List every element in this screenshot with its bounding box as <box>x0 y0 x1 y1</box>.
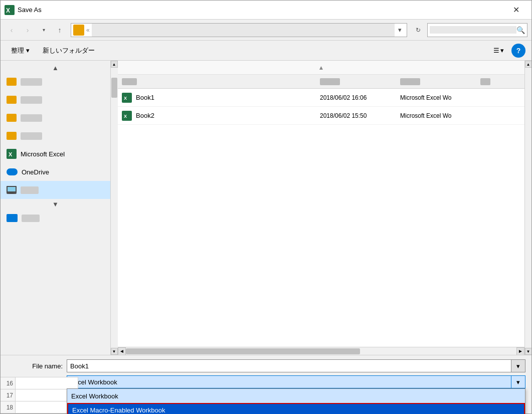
sidebar-item-bottom[interactable] <box>1 209 110 227</box>
address-folder-icon <box>73 25 84 36</box>
col-type-label <box>400 78 420 85</box>
col-date <box>320 78 400 85</box>
search-input[interactable] <box>430 26 516 34</box>
hscroll-track[interactable] <box>126 347 516 355</box>
svg-text:X: X <box>124 114 127 119</box>
book2-icon: X <box>122 111 132 121</box>
hscroll-left-arrow[interactable]: ◄ <box>118 347 126 355</box>
sidebar-item-3[interactable] <box>1 127 110 145</box>
bottom-area: File name: ▾ Save as type: Excel Workboo… <box>1 355 531 413</box>
sidebar: ▲ <box>1 61 111 355</box>
filename-input[interactable] <box>67 359 511 372</box>
save-as-dialog: X Save As ✕ ‹ › ▾ ↑ « ▾ ↻ 🔍 整理 ▾ 新しいフォルダ… <box>0 0 532 414</box>
excel-row-17: 17 <box>1 389 78 401</box>
organize-label: 整理 <box>11 46 24 55</box>
hscroll-right-arrow[interactable]: ► <box>516 347 524 355</box>
new-folder-label: 新しいフォルダー <box>43 46 95 55</box>
dropdown-item-1[interactable]: Excel Macro-Enabled Workbook <box>67 403 525 414</box>
dropdown-label-1: Excel Macro-Enabled Workbook <box>72 406 165 414</box>
filename-row: File name: ▾ <box>7 359 525 372</box>
folder-icon-2 <box>7 114 17 122</box>
dialog-title: Save As <box>18 6 42 14</box>
view-icon: ☰ <box>493 47 499 54</box>
onedrive-icon <box>7 168 18 175</box>
sidebar-label-bottom <box>22 215 40 222</box>
address-dropdown-button[interactable]: ▾ <box>395 24 405 37</box>
folder-icon-1 <box>7 96 17 104</box>
file-list-empty-space <box>118 125 524 347</box>
col-name <box>122 78 320 85</box>
help-button[interactable]: ? <box>511 44 525 58</box>
savetype-selected[interactable]: Excel Workbook <box>67 375 511 388</box>
close-button[interactable]: ✕ <box>504 3 527 18</box>
filename-label: File name: <box>7 362 67 370</box>
organize-button[interactable]: 整理 ▾ <box>7 44 34 58</box>
savetype-row: Save as type: Excel Workbook ▾ Excel Wor… <box>7 375 525 388</box>
sidebar-item-excel[interactable]: X Microsoft Excel <box>1 145 110 163</box>
address-separator: « <box>86 27 90 34</box>
address-bar[interactable]: « ▾ <box>71 23 407 37</box>
sidebar-item-1[interactable] <box>1 91 110 109</box>
file-vscroll-up[interactable]: ▲ <box>525 61 532 68</box>
address-input[interactable] <box>92 24 395 37</box>
book1-name: Book1 <box>136 94 320 101</box>
book2-date: 2018/06/02 15:50 <box>320 112 400 119</box>
excel-icon: X <box>7 149 17 159</box>
book2-name: Book2 <box>136 112 320 119</box>
back-button[interactable]: ‹ <box>5 23 19 37</box>
sidebar-scroll-up-arrow[interactable]: ▲ <box>111 61 118 68</box>
sidebar-label-1 <box>21 96 42 104</box>
new-folder-button[interactable]: 新しいフォルダー <box>38 44 99 58</box>
file-vscroll-down[interactable]: ▼ <box>525 348 532 355</box>
sidebar-item-onedrive[interactable]: OneDrive <box>1 163 110 181</box>
file-list-scroll-up[interactable]: ▲ <box>118 61 524 75</box>
toolbar2: 整理 ▾ 新しいフォルダー ☰ ▾ ? <box>1 41 531 61</box>
book1-type: Microsoft Excel Wo <box>400 94 480 101</box>
row-num-18: 18 <box>1 401 16 413</box>
sidebar-item-2[interactable] <box>1 109 110 127</box>
svg-rect-7 <box>9 193 15 194</box>
up-button[interactable]: ↑ <box>53 23 67 37</box>
hscroll-thumb[interactable] <box>126 348 360 354</box>
sidebar-scroll-down-arrow[interactable]: ▼ <box>111 348 118 355</box>
sidebar-scrollbar: ▲ ▼ <box>111 61 118 355</box>
sidebar-label-computer <box>21 186 39 194</box>
sidebar-scroll-up[interactable]: ▲ <box>1 63 110 73</box>
folder-icon-0 <box>7 78 17 86</box>
folder-icon-3 <box>7 132 17 140</box>
excel-title-icon: X <box>5 5 15 15</box>
refresh-button[interactable]: ↻ <box>411 23 425 37</box>
file-item-book1[interactable]: X Book1 2018/06/02 16:06 Microsoft Excel… <box>118 89 524 107</box>
file-list-header <box>118 75 524 89</box>
sidebar-item-0[interactable] <box>1 73 110 91</box>
sidebar-label-excel: Microsoft Excel <box>21 150 65 158</box>
view-button[interactable]: ☰ ▾ <box>490 44 507 58</box>
dropdown-item-0[interactable]: Excel Workbook <box>67 389 525 403</box>
help-label: ? <box>516 47 521 55</box>
sidebar-item-computer[interactable] <box>1 181 110 199</box>
file-item-book2[interactable]: X Book2 2018/06/02 15:50 Microsoft Excel… <box>118 107 524 125</box>
excel-row-18: 18 <box>1 401 78 413</box>
dropdown-nav-button[interactable]: ▾ <box>37 23 51 37</box>
forward-button[interactable]: › <box>21 23 35 37</box>
dropdown-label-0: Excel Workbook <box>71 392 118 400</box>
search-bar[interactable]: 🔍 <box>427 23 527 37</box>
svg-text:X: X <box>6 7 10 14</box>
svg-rect-6 <box>10 192 14 193</box>
svg-text:X: X <box>124 96 127 101</box>
col-date-label <box>320 78 340 85</box>
sidebar-scroll-down[interactable]: ▼ <box>1 199 110 209</box>
col-name-label <box>122 78 137 85</box>
row-num-17: 17 <box>1 389 16 401</box>
savetype-dropdown-btn[interactable]: ▾ <box>511 375 525 388</box>
excel-row-16: 16 <box>1 377 78 389</box>
sidebar-vscroll-thumb[interactable] <box>111 78 117 98</box>
sidebar-label-2 <box>21 114 42 122</box>
row-num-16: 16 <box>1 377 16 389</box>
filename-input-wrap: ▾ <box>67 359 525 372</box>
savetype-dropdown-list: Excel Workbook Excel Macro-Enabled Workb… <box>67 388 525 414</box>
network-icon <box>7 214 18 222</box>
view-arrow: ▾ <box>500 47 504 54</box>
filename-dropdown-btn[interactable]: ▾ <box>511 359 525 372</box>
svg-text:X: X <box>9 151 13 157</box>
